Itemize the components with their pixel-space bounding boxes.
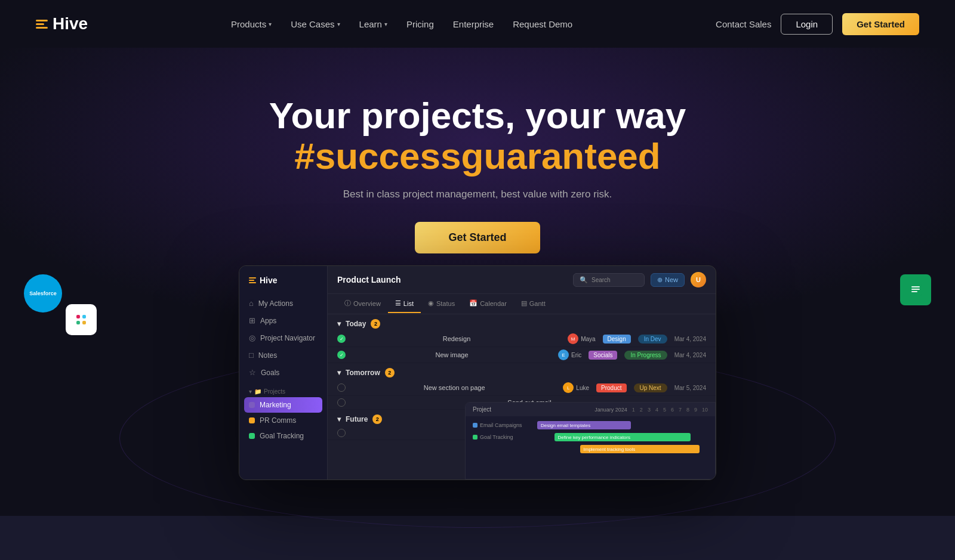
nav-item-products[interactable]: Products ▾ [231,19,272,29]
hero-section: Salesforce Your projects, your way #succ… [0,48,955,516]
chevron-icon: ▾ [337,369,341,377]
gantt-dot [473,423,478,428]
project-title: Product Launch [337,275,401,284]
nav-item-usecases[interactable]: Use Cases ▾ [291,19,340,29]
task-todo-check [337,383,346,392]
task-user: L Luke [563,382,589,393]
logo[interactable]: Hive [36,14,88,33]
chevron-icon: ▾ [337,320,341,328]
status-icon: ◉ [428,299,434,307]
task-status: In Progress [624,351,667,360]
gantt-label [473,447,532,451]
nav-item-requestdemo[interactable]: Request Demo [513,19,572,29]
task-tag: Product [596,383,626,392]
chevron-down-icon: ▾ [337,21,340,27]
plus-icon: ⊕ [657,276,663,284]
get-started-hero-button[interactable]: Get Started [415,222,540,253]
tab-status[interactable]: ◉ Status [421,295,462,313]
mockup-main: Product Launch 🔍 Search ⊕ New U [328,266,716,479]
svg-rect-3 [82,321,86,324]
mockup-topbar: Product Launch 🔍 Search ⊕ New U [328,266,716,294]
nav-item-enterprise[interactable]: Enterprise [453,19,494,29]
sidebar-project-goaltracking[interactable]: Goal Tracking [239,428,327,444]
gantt-bar: Implement tracking tools [580,445,700,453]
gantt-label: Goal Tracking [473,434,532,440]
sidebar-logo: Hive [239,276,327,295]
chevron-down-icon: ▾ [249,388,252,395]
compass-icon: ◎ [249,333,255,342]
tab-overview[interactable]: ⓘ Overview [337,294,388,314]
app-mockup: Hive ⌂ My Actions ⊞ Apps ◎ Project Navig… [239,265,716,480]
info-icon: ⓘ [344,299,351,308]
hero-headline: Your projects, your way #successguarante… [12,95,943,177]
section-today-header: ▾ Today 2 [328,314,716,331]
calendar-icon: 📅 [469,299,478,307]
tab-calendar[interactable]: 📅 Calendar [462,295,514,313]
login-button[interactable]: Login [781,14,833,35]
nav-link-requestdemo[interactable]: Request Demo [513,19,572,29]
contact-sales-button[interactable]: Contact Sales [716,19,771,29]
sheets-integration-icon [900,274,931,305]
svg-rect-7 [911,291,917,292]
nav-link-usecases[interactable]: Use Cases ▾ [291,19,340,29]
nav-link-enterprise[interactable]: Enterprise [453,19,494,29]
user-avatar: U [691,272,706,287]
nav-link-products[interactable]: Products ▾ [231,19,272,29]
projects-section-header: ▾ 📁 Projects [239,381,327,397]
svg-rect-5 [911,286,920,287]
search-icon: 🔍 [580,276,588,284]
hero-subtext: Best in class project management, best v… [12,188,943,200]
nav-link-pricing[interactable]: Pricing [406,19,434,29]
goals-icon: ☆ [249,368,256,377]
mockup-sidebar: Hive ⌂ My Actions ⊞ Apps ◎ Project Navig… [239,266,328,479]
sidebar-item-notes[interactable]: □ Notes [239,346,327,364]
sidebar-project-marketing[interactable]: Marketing [244,397,322,413]
tab-gantt[interactable]: ▤ Gantt [514,295,553,313]
task-done-check: ✓ [337,351,346,359]
gantt-bar: Design email templates [537,421,631,429]
gantt-bar: Define key performance indicators [554,433,691,441]
search-bar[interactable]: 🔍 Search [573,273,645,287]
task-done-check: ✓ [337,335,346,343]
gantt-dot [473,435,478,440]
task-tag: Design [603,335,631,344]
task-row: New section on page L Luke Product Up Ne… [328,380,716,396]
gantt-bar-container: Implement tracking tools [537,445,708,453]
list-icon: ☰ [395,299,401,307]
tab-list[interactable]: ☰ List [388,295,421,313]
chevron-down-icon: ▾ [269,21,272,27]
gantt-overlay: Project January 2024 1 2 3 4 5 6 7 8 [465,402,716,479]
user-avatar-small: L [563,382,574,393]
sidebar-item-apps[interactable]: ⊞ Apps [239,312,327,329]
task-user: E Eric [558,349,581,360]
navbar: Hive Products ▾ Use Cases ▾ Learn ▾ Pric… [0,0,955,48]
project-color-dot [249,433,255,439]
new-button[interactable]: ⊕ New [651,273,685,287]
grid-icon: ⊞ [249,316,255,325]
sidebar-item-projectnavigator[interactable]: ◎ Project Navigator [239,329,327,346]
logo-icon [36,20,48,29]
svg-rect-2 [76,321,80,324]
task-todo-check [337,429,346,437]
nav-link-learn[interactable]: Learn ▾ [359,19,387,29]
chevron-icon: ▾ [337,415,341,423]
sidebar-project-prcomms[interactable]: PR Comms [239,413,327,428]
gantt-header: Project January 2024 1 2 3 4 5 6 7 8 [466,403,715,416]
gantt-dot [473,447,478,451]
task-row: ✓ Redesign M Maya Design In Dev Mar 4, 2… [328,331,716,347]
nav-item-pricing[interactable]: Pricing [406,19,434,29]
sidebar-item-myactions[interactable]: ⌂ My Actions [239,295,327,312]
folder-icon: 📁 [254,388,261,395]
sidebar-item-goals[interactable]: ☆ Goals [239,364,327,381]
nav-item-learn[interactable]: Learn ▾ [359,19,387,29]
future-badge: 2 [372,414,382,424]
gantt-label: Email Campaigns [473,422,532,428]
svg-rect-6 [911,289,920,290]
gantt-months: January 2024 1 2 3 4 5 6 7 8 9 10 [594,407,708,413]
user-avatar-small: M [568,333,578,344]
gantt-icon: ▤ [521,299,527,307]
salesforce-integration-icon: Salesforce [24,274,62,313]
gantt-row: Email Campaigns Design email templates [473,421,708,429]
get-started-nav-button[interactable]: Get Started [842,13,919,35]
topbar-right: 🔍 Search ⊕ New U [573,272,706,287]
